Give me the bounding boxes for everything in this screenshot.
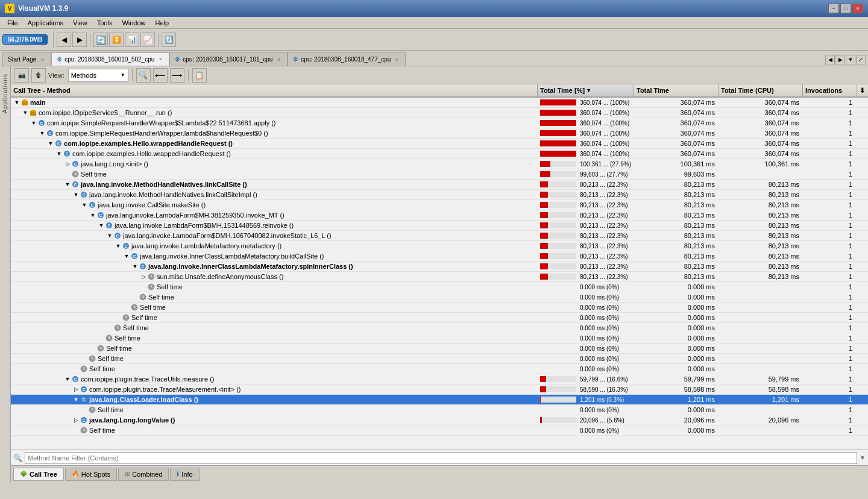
tree-toggle-icon[interactable]: ▼ <box>55 150 63 157</box>
tree-toggle-icon[interactable]: ▷ <box>64 160 71 168</box>
col-header-invocations[interactable]: Invocations <box>803 84 857 96</box>
table-row[interactable]: Self time0.000 ms (0%)0.000 ms1 <box>11 282 868 292</box>
table-row[interactable]: Self time99,603 ... (27.7%)99,603 ms1 <box>11 169 868 180</box>
table-row[interactable]: Self time0.000 ms (0%)0.000 ms1 <box>11 313 868 323</box>
table-row[interactable]: ▼Ccom.iopipe.SimpleRequestHandlerWrapper… <box>11 128 868 139</box>
tab-start-page-close[interactable]: × <box>39 56 46 63</box>
table-row[interactable]: Self time0.000 ms (0%)0.000 ms1 <box>11 354 868 364</box>
tab-cpu-2-close[interactable]: × <box>275 56 282 63</box>
table-row[interactable]: ▼Cjava.lang.invoke.LambdaForm$DMH.106704… <box>11 231 868 241</box>
table-row[interactable]: Self time0.000 ms (0%)0.000 ms1 <box>11 405 868 415</box>
table-row[interactable]: Self time0.000 ms (0%)0.000 ms1 <box>11 333 868 344</box>
tab-cpu-2[interactable]: ⚙ cpu: 20180308_160017_101_cpu × <box>169 52 288 66</box>
minimize-button[interactable]: − <box>828 4 839 13</box>
menu-applications[interactable]: Applications <box>23 18 68 28</box>
tree-toggle-icon[interactable]: ▼ <box>64 375 71 383</box>
view-toolbar-snap[interactable]: 📷 <box>14 68 29 83</box>
menu-help[interactable]: Help <box>151 18 174 28</box>
table-row[interactable]: ▼Cjava.lang.invoke.LambdaForm$MH.3812593… <box>11 210 868 221</box>
table-row[interactable]: Self time0.000 ms (0%)0.000 ms1 <box>11 292 868 303</box>
tree-toggle-icon[interactable] <box>140 283 147 290</box>
table-row[interactable]: Self time0.000 ms (0%)0.000 ms1 <box>11 425 868 436</box>
toolbar-btn-fwd[interactable]: ▶ <box>72 33 87 47</box>
tab-cpu-1[interactable]: ⚙ cpu: 20180308_160010_502_cpu × <box>51 52 169 66</box>
tree-toggle-icon[interactable] <box>64 171 71 178</box>
tree-toggle-icon[interactable]: ▼ <box>106 232 113 239</box>
toolbar-btn-4[interactable]: 📈 <box>140 33 155 47</box>
menu-window[interactable]: Window <box>117 18 150 28</box>
table-row[interactable]: ▼Cjava.lang.invoke.LambdaMetafactory.met… <box>11 241 868 251</box>
bottom-tab-hotspots[interactable]: 🔥 Hot Spots <box>65 468 117 481</box>
table-row[interactable]: ▼Cjava.lang.invoke.InnerClassLambdaMetaf… <box>11 251 868 262</box>
col-header-total-cpu[interactable]: Total Time (CPU) <box>719 84 803 96</box>
tree-toggle-icon[interactable] <box>81 406 88 413</box>
bottom-tab-combined[interactable]: ⊞ Combined <box>118 468 169 481</box>
bottom-tab-calltree[interactable]: 🌳 Call Tree <box>13 468 64 481</box>
menu-view[interactable]: View <box>68 18 92 28</box>
table-row[interactable]: ▷Ccom.iopipe.plugin.trace.TraceMeasureme… <box>11 384 868 395</box>
tree-toggle-icon[interactable]: ▷ <box>72 386 80 393</box>
view-btn-prev[interactable]: ⟵ <box>153 68 168 83</box>
table-row[interactable]: ▼Ccom.iopipe.plugin.trace.TraceUtils.mea… <box>11 374 868 384</box>
tree-toggle-icon[interactable]: ▼ <box>72 396 80 403</box>
table-row[interactable]: ▼Cjava.lang.invoke.InnerClassLambdaMetaf… <box>11 262 868 272</box>
tree-toggle-icon[interactable] <box>98 334 105 342</box>
tree-toggle-icon[interactable]: ▼ <box>22 109 29 116</box>
bottom-tab-info[interactable]: ℹ Info <box>170 468 199 481</box>
menu-tools[interactable]: Tools <box>92 18 118 28</box>
table-row[interactable]: ▼main360,074 ... (100%)360,074 ms360,074… <box>11 98 868 108</box>
table-row[interactable]: ▼Cjava.lang.ClassLoader.loadClass ()1,20… <box>11 395 868 405</box>
table-row[interactable]: ▼Cjava.lang.invoke.LambdaForm$BMH.153144… <box>11 221 868 231</box>
close-button[interactable]: × <box>852 4 863 13</box>
tree-toggle-icon[interactable]: ▼ <box>13 99 20 106</box>
tree-toggle-icon[interactable]: ▼ <box>131 263 139 270</box>
table-row[interactable]: ▼Ccom.iopipe.examples.Hello.wrappedHandl… <box>11 149 868 159</box>
table-row[interactable]: ▼Cjava.lang.invoke.MethodHandleNatives.l… <box>11 180 868 190</box>
tree-toggle-icon[interactable]: ▼ <box>123 253 130 260</box>
col-header-method[interactable]: Call Tree - Method <box>11 84 538 96</box>
table-row[interactable]: ▼Ccom.iopipe.examples.Hello.wrappedHandl… <box>11 139 868 149</box>
table-row[interactable]: Self time0.000 ms (0%)0.000 ms1 <box>11 323 868 333</box>
toolbar-btn-3[interactable]: 📊 <box>125 33 139 47</box>
tab-cpu-1-close[interactable]: × <box>157 55 164 63</box>
tab-nav-down[interactable]: ▼ <box>846 55 855 64</box>
memory-badge[interactable]: 56.2/79.0MB <box>2 34 48 45</box>
view-toolbar-del[interactable]: 🗑 <box>31 68 46 83</box>
tab-start-page[interactable]: Start Page × <box>2 52 51 66</box>
toolbar-btn-refresh[interactable]: 🔃 <box>162 33 176 47</box>
tab-cpu-3[interactable]: ⚙ cpu: 20180308_160018_477_cpu × <box>288 52 406 66</box>
tree-toggle-icon[interactable]: ▼ <box>115 242 122 250</box>
tree-toggle-icon[interactable] <box>72 427 80 434</box>
tab-cpu-3-close[interactable]: × <box>393 56 400 63</box>
view-btn-export[interactable]: 📋 <box>192 68 207 83</box>
maximize-button[interactable]: □ <box>840 4 851 13</box>
toolbar-btn-2[interactable]: ⏬ <box>109 33 124 47</box>
filter-expand-arrow[interactable]: ▼ <box>860 454 866 461</box>
tree-toggle-icon[interactable] <box>106 324 113 331</box>
table-row[interactable]: Self time0.000 ms (0%)0.000 ms1 <box>11 344 868 354</box>
tree-toggle-icon[interactable] <box>89 345 96 352</box>
tree-toggle-icon[interactable]: ▼ <box>72 191 80 198</box>
toolbar-btn-1[interactable]: 🔄 <box>93 33 108 47</box>
toolbar-btn-back[interactable]: ◀ <box>57 33 71 47</box>
tree-toggle-icon[interactable] <box>72 365 80 372</box>
table-row[interactable]: ▼Cjava.lang.invoke.CallSite.makeSite ()8… <box>11 200 868 210</box>
filter-input[interactable] <box>25 452 857 464</box>
table-row[interactable]: ▷Cjava.lang.Long.<init> ()100,361 ... (2… <box>11 159 868 169</box>
tree-toggle-icon[interactable] <box>131 293 139 301</box>
table-row[interactable]: Self time0.000 ms (0%)0.000 ms1 <box>11 303 868 313</box>
table-row[interactable]: ▼com.iopipe.IOpipeService$__Runner__.run… <box>11 108 868 118</box>
tree-toggle-icon[interactable]: ▼ <box>39 130 46 137</box>
tree-toggle-icon[interactable] <box>81 355 88 362</box>
tree-toggle-icon[interactable]: ▼ <box>81 201 88 209</box>
view-btn-search[interactable]: 🔍 <box>136 68 151 83</box>
table-row[interactable]: ▷sun.misc.Unsafe.defineAnonymousClass ()… <box>11 272 868 282</box>
tree-toggle-icon[interactable]: ▼ <box>64 181 71 188</box>
table-row[interactable]: Self time0.000 ms (0%)0.000 ms1 <box>11 364 868 374</box>
view-btn-next[interactable]: ⟶ <box>170 68 184 83</box>
table-row[interactable]: ▷Cjava.lang.Long.longValue ()20,096 ... … <box>11 415 868 425</box>
col-header-total-pct[interactable]: Total Time [%] ▼ <box>538 84 634 96</box>
tree-toggle-icon[interactable]: ▼ <box>47 140 54 147</box>
table-row[interactable]: ▼Cjava.lang.invoke.MethodHandleNatives.l… <box>11 190 868 200</box>
tree-toggle-icon[interactable]: ▼ <box>98 222 105 229</box>
